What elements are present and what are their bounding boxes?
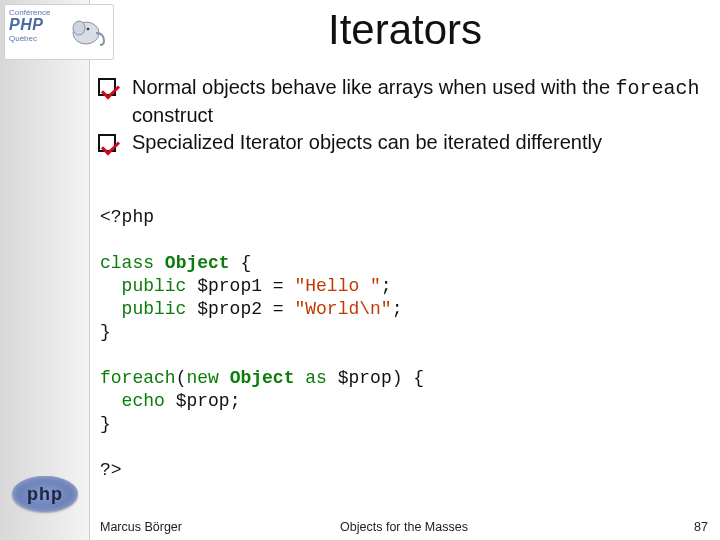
- code-text: }: [100, 322, 111, 342]
- code-text: ;: [392, 299, 403, 319]
- code-block: <?php class Object { public $prop1 = "He…: [100, 206, 704, 482]
- code-text: }: [100, 414, 111, 434]
- footer-title: Objects for the Masses: [100, 520, 708, 534]
- bullet-text: Normal objects behave like arrays when u…: [132, 76, 616, 98]
- code-line: <?php: [100, 207, 154, 227]
- code-keyword: as: [305, 368, 327, 388]
- logo-line2: PHP: [9, 16, 43, 33]
- code-line: ?>: [100, 460, 122, 480]
- logo-sub: Québec: [9, 34, 37, 43]
- code-keyword: public: [100, 276, 197, 296]
- code-text: $prop;: [176, 391, 241, 411]
- php-logo-text: php: [27, 484, 63, 504]
- checkbox-icon: [98, 134, 116, 152]
- code-keyword: foreach: [100, 368, 176, 388]
- code-class: Object: [165, 253, 230, 273]
- svg-point-2: [87, 28, 90, 31]
- bullet-item: Specialized Iterator objects can be iter…: [132, 129, 708, 155]
- bullet-mono: foreach: [616, 77, 700, 100]
- code-keyword: new: [186, 368, 218, 388]
- bullet-text: construct: [132, 104, 213, 126]
- code-string: "Hello ": [294, 276, 380, 296]
- slide-title: Iterators: [90, 6, 720, 54]
- code-text: {: [230, 253, 252, 273]
- code-keyword: echo: [100, 391, 176, 411]
- php-logo-icon: php: [12, 476, 78, 512]
- sidebar-strip: [0, 0, 90, 540]
- bullet-text: Specialized Iterator objects can be iter…: [132, 131, 602, 153]
- code-class: Object: [230, 368, 295, 388]
- code-text: $prop2 =: [197, 299, 294, 319]
- checkbox-icon: [98, 78, 116, 96]
- bullet-text-block: Normal objects behave like arrays when u…: [132, 74, 708, 155]
- code-text: (: [176, 368, 187, 388]
- bullet-item: Normal objects behave like arrays when u…: [132, 74, 708, 129]
- code-keyword: public: [100, 299, 197, 319]
- code-text: [294, 368, 305, 388]
- svg-point-1: [73, 21, 85, 35]
- code-string: "World\n": [294, 299, 391, 319]
- code-text: ;: [381, 276, 392, 296]
- code-text: $prop) {: [327, 368, 424, 388]
- code-text: [219, 368, 230, 388]
- footer: Marcus Börger Objects for the Masses 87: [100, 520, 708, 534]
- code-text: $prop1 =: [197, 276, 294, 296]
- code-keyword: class: [100, 253, 154, 273]
